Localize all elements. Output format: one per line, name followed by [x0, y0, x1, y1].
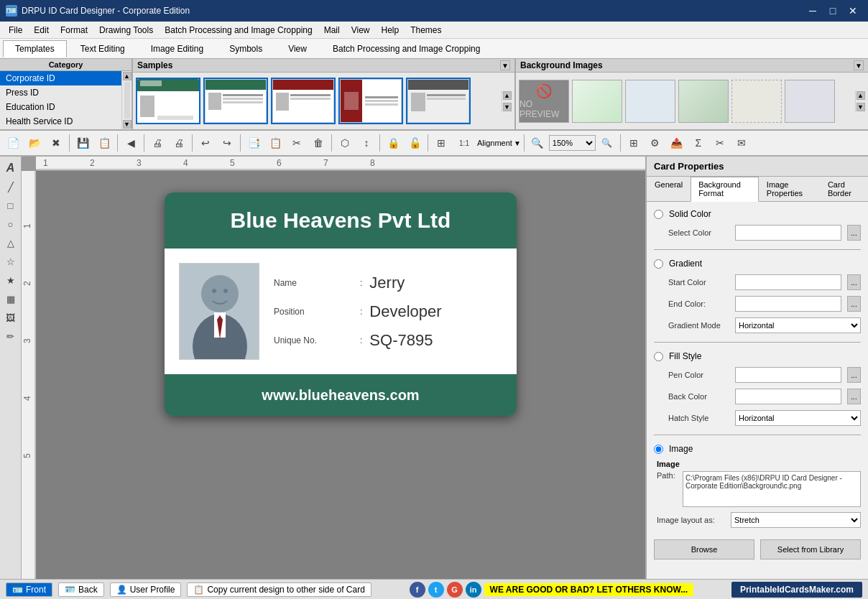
tb-redo[interactable]: ↪ — [217, 133, 237, 153]
tool-rect[interactable]: □ — [2, 197, 19, 214]
tb-zoom-out[interactable]: 🔍 — [597, 133, 617, 153]
tb-export[interactable]: 📤 — [667, 133, 687, 153]
fill-style-radio[interactable] — [654, 352, 663, 361]
tb-crop[interactable]: ✂ — [710, 133, 730, 153]
image-radio[interactable] — [654, 445, 663, 454]
sample-thumb-3[interactable] — [271, 78, 336, 124]
select-color-input[interactable] — [735, 225, 841, 241]
image-path-textarea[interactable]: C:\Program Files (x86)\DRPU ID Card Desi… — [683, 471, 861, 507]
bg-thumb-5[interactable] — [731, 80, 782, 123]
tb-sum[interactable]: Σ — [688, 133, 708, 153]
sample-thumb-4[interactable] — [338, 78, 403, 124]
bg-thumb-4[interactable] — [678, 80, 729, 123]
tb-print-preview[interactable]: 🖨 — [147, 133, 167, 153]
status-front[interactable]: 🪪 Front — [6, 582, 52, 597]
tb-unlock[interactable]: 🔓 — [405, 133, 425, 153]
tool-star-filled[interactable]: ★ — [2, 271, 19, 289]
select-from-library-button[interactable]: Select from Library — [760, 539, 861, 559]
bg-thumb-1[interactable]: 🚫 NO PREVIEW — [519, 80, 569, 123]
tool-line[interactable]: ╱ — [2, 178, 19, 195]
minimize-button[interactable]: ─ — [803, 4, 822, 18]
tb-lock[interactable]: 🔒 — [383, 133, 403, 153]
solid-color-radio[interactable] — [654, 210, 663, 219]
sample-thumb-1[interactable] — [136, 78, 200, 124]
tb-align[interactable]: ⬡ — [335, 133, 355, 153]
tool-star[interactable]: ☆ — [2, 253, 19, 270]
samples-scroll-up[interactable]: ▲ — [503, 91, 512, 100]
category-scroll-down[interactable]: ▼ — [123, 120, 131, 129]
category-health-service-id[interactable]: Health Service ID — [0, 114, 121, 129]
tb-paste[interactable]: 📋 — [265, 133, 285, 153]
tab-symbols[interactable]: Symbols — [217, 40, 274, 57]
tab-card-border[interactable]: Card Border — [820, 177, 868, 201]
samples-scroll-down[interactable]: ▼ — [503, 103, 512, 111]
bg-scroll-up[interactable]: ▲ — [857, 91, 865, 100]
tb-new[interactable]: 📄 — [3, 133, 23, 153]
tb-fit[interactable]: ⊞ — [431, 133, 451, 153]
twitter-icon[interactable]: t — [428, 582, 444, 598]
bg-thumb-3[interactable] — [625, 80, 675, 123]
bg-thumb-6[interactable] — [785, 80, 835, 123]
tool-triangle[interactable]: △ — [2, 234, 19, 251]
end-color-btn[interactable]: ... — [847, 296, 861, 312]
tb-print[interactable]: 🖨 — [169, 133, 189, 153]
tab-view[interactable]: View — [276, 40, 319, 57]
tool-image[interactable]: 🖼 — [2, 309, 19, 326]
status-copy-design[interactable]: 📋 Copy current design to other side of C… — [187, 582, 371, 597]
tool-text[interactable]: A — [2, 159, 19, 177]
back-color-input[interactable] — [735, 389, 841, 404]
hatch-style-select[interactable]: Horizontal Vertical Cross — [735, 410, 861, 426]
tb-prev[interactable]: ◀ — [121, 133, 141, 153]
tb-settings[interactable]: ⚙ — [645, 133, 665, 153]
menu-format[interactable]: Format — [55, 24, 93, 37]
menu-themes[interactable]: Themes — [405, 24, 447, 37]
facebook-icon[interactable]: f — [410, 582, 425, 598]
close-button[interactable]: ✕ — [844, 4, 862, 18]
tb-copy[interactable]: 📑 — [244, 133, 264, 153]
tb-undo[interactable]: ↩ — [195, 133, 216, 153]
category-corporate-id[interactable]: Corporate ID — [0, 71, 121, 85]
tab-image-editing[interactable]: Image Editing — [139, 40, 216, 57]
category-scroll-up[interactable]: ▲ — [123, 72, 131, 80]
status-user-profile[interactable]: 👤 User Profile — [110, 582, 182, 597]
menu-edit[interactable]: Edit — [28, 24, 55, 37]
menu-file[interactable]: File — [3, 24, 28, 37]
tab-text-editing[interactable]: Text Editing — [68, 40, 137, 57]
end-color-input[interactable] — [735, 296, 841, 312]
tool-pen[interactable]: ✏ — [2, 328, 19, 345]
menu-mail[interactable]: Mail — [318, 24, 346, 37]
gradient-mode-select[interactable]: Horizontal Vertical Diagonal — [735, 317, 861, 333]
tb-save-as[interactable]: 📋 — [94, 133, 114, 153]
gradient-radio[interactable] — [654, 259, 663, 269]
image-layout-select[interactable]: Stretch Tile Center Zoom — [731, 512, 861, 528]
tool-barcode[interactable]: ▦ — [2, 290, 19, 307]
tb-delete[interactable]: 🗑 — [308, 133, 328, 153]
bg-thumb-2[interactable] — [572, 80, 622, 123]
tool-ellipse[interactable]: ○ — [2, 215, 19, 233]
samples-scroll-btn[interactable]: ▼ — [500, 60, 510, 70]
menu-view[interactable]: View — [346, 24, 376, 37]
tb-grid[interactable]: ⊞ — [624, 133, 644, 153]
sample-thumb-5[interactable] — [406, 78, 471, 124]
start-color-btn[interactable]: ... — [847, 274, 861, 290]
bg-scroll-btn[interactable]: ▼ — [854, 60, 864, 70]
zoom-select[interactable]: 150% 100% 75% 50% — [549, 135, 596, 151]
maximize-button[interactable]: □ — [823, 4, 842, 18]
back-color-btn[interactable]: ... — [847, 389, 861, 404]
tab-batch-processing[interactable]: Batch Processing and Image Cropping — [320, 40, 492, 57]
tb-zoom-in[interactable]: 🔍 — [527, 133, 548, 153]
tb-email[interactable]: ✉ — [731, 133, 752, 153]
menu-batch-processing[interactable]: Batch Processing and Image Cropping — [159, 24, 318, 37]
sample-thumb-2[interactable] — [203, 78, 268, 124]
tab-image-properties[interactable]: Image Properties — [759, 177, 820, 201]
id-card[interactable]: Blue Heavens Pvt Ltd — [165, 192, 517, 416]
tb-1to1[interactable]: 1:1 — [453, 133, 476, 153]
start-color-input[interactable] — [735, 274, 841, 290]
menu-help[interactable]: Help — [375, 24, 405, 37]
pen-color-btn[interactable]: ... — [847, 367, 861, 383]
tab-templates[interactable]: Templates — [3, 40, 67, 57]
browse-button[interactable]: Browse — [654, 539, 754, 559]
pen-color-input[interactable] — [735, 367, 841, 383]
google-icon[interactable]: G — [447, 582, 463, 598]
linkedin-icon[interactable]: in — [466, 582, 481, 598]
